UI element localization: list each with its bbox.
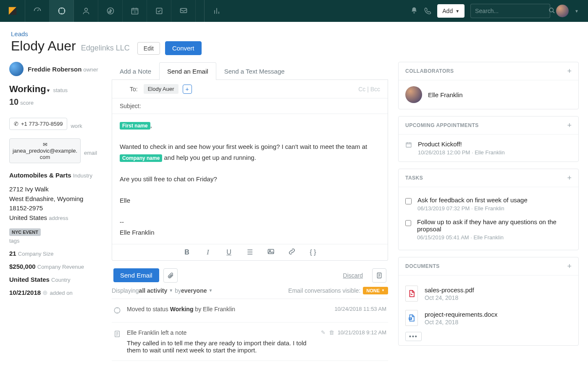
merge-tag-first-name[interactable]: First name: [120, 122, 150, 130]
nav-comms-icon[interactable]: [171, 0, 196, 22]
document-item[interactable]: sales-process.pdf Oct 24, 2018: [405, 281, 572, 306]
text: by Elle Franklin: [193, 306, 235, 312]
convert-button[interactable]: Convert: [165, 41, 202, 55]
search-input[interactable]: [475, 8, 549, 14]
add-button[interactable]: Add▼: [437, 4, 465, 18]
company-size-value: 21: [9, 250, 16, 257]
email-button[interactable]: ✉ janea_predovic@example.com: [9, 138, 81, 163]
nav-tasks-icon[interactable]: [147, 0, 171, 22]
bold-icon[interactable]: B: [183, 249, 191, 256]
owner-name: Freddie Roberson: [28, 66, 81, 73]
nav-icons: 31: [25, 0, 228, 22]
to-chip[interactable]: Elody Auer: [144, 84, 178, 94]
user-menu-caret-icon[interactable]: ▼: [575, 9, 579, 13]
more-documents-button[interactable]: •••: [405, 332, 422, 341]
send-row: Send Email Discard: [112, 268, 388, 283]
document-item[interactable]: W project-requirements.docx Oct 24, 2018: [405, 306, 572, 330]
address-line2: West Ednashire, Wyoming 18152-2975: [9, 194, 102, 213]
svg-point-7: [549, 8, 553, 12]
details-sidebar: Freddie Roberson owner Working▼ status 1…: [9, 62, 102, 368]
bell-icon[interactable]: [410, 7, 418, 16]
task-title: Follow up to ask if they have any questi…: [417, 218, 572, 233]
document-title: sales-process.pdf: [425, 286, 474, 294]
svg-point-1: [84, 8, 87, 11]
appointment-sub: 10/26/2018 12:00 PM · Elle Franklin: [418, 149, 505, 156]
underline-icon[interactable]: U: [225, 249, 233, 256]
subject-row[interactable]: Subject:: [112, 98, 388, 114]
template-button[interactable]: [372, 268, 386, 283]
merge-tag-icon[interactable]: { }: [309, 249, 317, 256]
activity-filter-dropdown[interactable]: all activity: [139, 287, 168, 294]
task-checkbox[interactable]: [405, 198, 412, 204]
add-task-button[interactable]: +: [567, 174, 572, 182]
status-dropdown[interactable]: Working▼ status: [9, 84, 102, 95]
phone-icon[interactable]: [424, 7, 431, 16]
caret-down-icon: ▼: [381, 289, 385, 292]
task-checkbox[interactable]: [405, 220, 411, 226]
user-filter-dropdown[interactable]: everyone: [181, 287, 207, 294]
nav-contacts-icon[interactable]: [74, 0, 98, 22]
top-nav: 31 Add▼ ▼: [0, 0, 588, 22]
svg-text:W: W: [410, 318, 412, 320]
status-label: status: [53, 87, 68, 93]
address-block: 2712 Ivy Walk West Ednashire, Wyoming 18…: [9, 185, 102, 222]
edit-note-icon[interactable]: ✎: [321, 329, 326, 336]
add-recipient-button[interactable]: +: [183, 85, 192, 94]
subject-label: Subject:: [120, 103, 141, 109]
list-icon[interactable]: ☰: [246, 248, 254, 256]
svg-rect-6: [180, 8, 186, 13]
attach-button[interactable]: [163, 268, 178, 283]
send-email-button[interactable]: Send Email: [113, 268, 159, 282]
add-appointment-button[interactable]: +: [567, 122, 572, 129]
note-icon: [113, 330, 121, 354]
search-icon: [549, 7, 555, 15]
email-type: email: [84, 150, 97, 156]
text: Elle Franklin left a note: [127, 329, 186, 336]
text: Are you still free to chat on Friday?: [120, 174, 380, 185]
activity-filter-row: Displaying all activity▼ by everyone▼ Em…: [112, 283, 388, 299]
collaborators-card: COLLABORATORS+ Elle Franklin: [398, 62, 579, 109]
page-header: Leads Elody Auer Edgelinks LLC Edit Conv…: [0, 22, 588, 59]
caret-down-icon: ▼: [46, 88, 51, 93]
edit-button[interactable]: Edit: [137, 42, 160, 55]
cc-bcc-toggle[interactable]: Cc | Bcc: [358, 86, 380, 93]
italic-icon[interactable]: I: [204, 249, 212, 256]
activity-time: 10/24/2018 11:53 AM: [334, 306, 386, 312]
delete-note-icon[interactable]: 🗑: [329, 329, 334, 336]
globe-icon: ⊕: [42, 289, 48, 296]
phone-button[interactable]: ✆ +1 773-770-8599: [9, 118, 67, 130]
merge-tag-company[interactable]: Company name: [120, 154, 162, 162]
tab-send-text[interactable]: Send a Text Message: [216, 62, 293, 80]
task-item: Follow up to ask if they have any questi…: [405, 215, 572, 244]
tab-add-note[interactable]: Add a Note: [112, 62, 159, 80]
image-icon[interactable]: [267, 248, 275, 257]
added-on-value: 10/21/2018: [9, 289, 41, 296]
search-box[interactable]: [470, 4, 550, 18]
user-avatar[interactable]: [556, 5, 569, 17]
tag-chip[interactable]: NYC EVENT: [9, 228, 41, 236]
collaborator-item[interactable]: Elle Franklin: [405, 86, 572, 103]
add-collaborator-button[interactable]: +: [567, 67, 572, 75]
nav-reports-icon[interactable]: [204, 0, 228, 22]
phone-type: work: [71, 123, 82, 129]
collaborator-avatar: [405, 86, 422, 103]
score-value: 10: [9, 97, 18, 106]
country-value: United States: [9, 276, 50, 283]
breadcrumb[interactable]: Leads: [11, 30, 577, 37]
nav-dashboard-icon[interactable]: [25, 0, 50, 22]
tab-send-email[interactable]: Send an Email: [159, 62, 216, 80]
visibility-pill[interactable]: NONE ▼: [363, 287, 388, 294]
appointment-item[interactable]: Product Kickoff! 10/26/2018 12:00 PM · E…: [405, 140, 572, 156]
link-icon[interactable]: [288, 248, 296, 257]
activity-item: Elle Franklin left a note They called in…: [112, 323, 388, 361]
card-title: DOCUMENTS: [405, 263, 440, 269]
email-body-editor[interactable]: First name, Wanted to check in and see h…: [112, 114, 388, 244]
nav-leads-icon[interactable]: [50, 0, 74, 22]
add-document-button[interactable]: +: [567, 262, 572, 270]
appointments-card: UPCOMING APPOINTMENTS+ Product Kickoff! …: [398, 116, 579, 162]
nav-calendar-icon[interactable]: 31: [123, 0, 147, 22]
lead-name: Elody Auer: [11, 38, 76, 54]
discard-link[interactable]: Discard: [343, 272, 363, 279]
nav-deals-icon[interactable]: [98, 0, 123, 22]
logo[interactable]: [0, 0, 25, 22]
